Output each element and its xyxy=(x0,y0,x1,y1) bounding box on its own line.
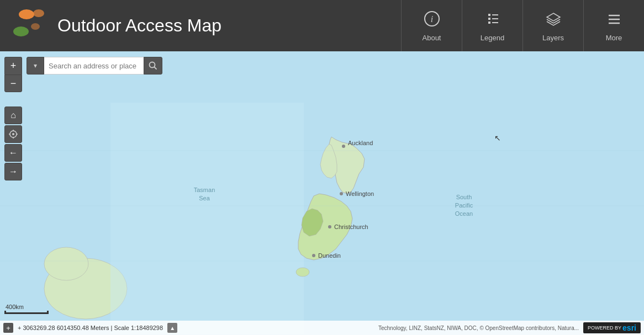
svg-text:Wellington: Wellington xyxy=(346,190,374,197)
svg-rect-6 xyxy=(488,14,490,16)
esri-powered-label: POWERED BY xyxy=(588,325,621,331)
svg-rect-19 xyxy=(110,103,304,334)
coordinates-display: + + 3063269.28 6014350.48 Meters | Scale… xyxy=(3,323,177,333)
svg-rect-8 xyxy=(488,18,490,20)
legend-icon xyxy=(484,10,502,31)
nav-item-layers[interactable]: Layers xyxy=(522,0,583,51)
map-controls: + − xyxy=(4,57,22,97)
nav-item-about[interactable]: i About xyxy=(401,0,462,51)
svg-text:Christchurch: Christchurch xyxy=(334,224,368,230)
header-nav: i About Legend xyxy=(401,0,644,51)
coordinates-text: + 3063269.28 6014350.48 Meters | Scale 1… xyxy=(18,325,163,331)
nav-item-legend[interactable]: Legend xyxy=(462,0,522,51)
about-icon: i xyxy=(423,10,441,31)
svg-point-24 xyxy=(342,145,345,148)
layers-label: Layers xyxy=(542,34,564,42)
svg-line-39 xyxy=(155,67,157,70)
nav-buttons: ⌂ ← → xyxy=(4,107,22,180)
scale-bar: 400km xyxy=(4,304,49,314)
attribution-text: Technology, LINZ, StatsNZ, NIWA, DOC, © … xyxy=(378,325,579,331)
scale-label: 400km xyxy=(6,304,24,310)
svg-point-1 xyxy=(33,9,44,17)
svg-point-26 xyxy=(340,192,343,195)
search-icon xyxy=(149,61,157,70)
svg-point-41 xyxy=(12,133,14,135)
status-bar: + + 3063269.28 6014350.48 Meters | Scale… xyxy=(0,321,644,335)
app-title: Outdoor Access Map xyxy=(57,15,221,36)
app-logo xyxy=(11,7,50,45)
svg-text:Dunedin: Dunedin xyxy=(318,252,341,259)
search-bar: ▾ xyxy=(27,57,162,75)
coord-toggle-button[interactable]: + xyxy=(3,323,13,333)
back-button[interactable]: ← xyxy=(4,144,22,162)
legend-label: Legend xyxy=(481,34,504,42)
scale-line xyxy=(4,311,49,314)
svg-text:i: i xyxy=(430,14,432,24)
zoom-in-button[interactable]: + xyxy=(4,57,22,75)
svg-point-3 xyxy=(31,23,40,30)
svg-point-0 xyxy=(19,9,34,19)
forward-button[interactable]: → xyxy=(4,163,22,180)
svg-point-20 xyxy=(296,268,309,276)
svg-text:Tasman: Tasman xyxy=(194,187,215,193)
search-dropdown-button[interactable]: ▾ xyxy=(27,57,44,75)
app-header: Outdoor Access Map i About xyxy=(0,0,644,51)
nav-item-more[interactable]: More xyxy=(583,0,644,51)
gps-button[interactable] xyxy=(4,125,22,143)
zoom-out-button[interactable]: − xyxy=(4,75,22,92)
more-label: More xyxy=(606,34,622,42)
scale-line-wrap: 400km xyxy=(4,304,49,314)
home-button[interactable]: ⌂ xyxy=(4,107,22,124)
map-svg: Auckland Wellington Christchurch Dunedin… xyxy=(0,51,644,335)
svg-point-2 xyxy=(13,26,29,36)
more-icon xyxy=(605,10,623,31)
gps-icon xyxy=(8,129,18,139)
expand-button[interactable]: ▲ xyxy=(167,323,177,333)
svg-text:Pacific: Pacific xyxy=(455,202,473,209)
search-submit-button[interactable] xyxy=(144,57,162,75)
svg-point-30 xyxy=(312,254,315,257)
svg-marker-12 xyxy=(547,13,560,21)
svg-rect-10 xyxy=(488,22,490,24)
about-label: About xyxy=(423,34,441,42)
layers-icon xyxy=(545,10,562,31)
logo-area: Outdoor Access Map xyxy=(0,7,233,45)
svg-text:South: South xyxy=(456,194,472,200)
search-input[interactable] xyxy=(44,57,144,75)
svg-text:Sea: Sea xyxy=(199,195,210,201)
svg-point-18 xyxy=(44,247,88,280)
map-area[interactable]: Auckland Wellington Christchurch Dunedin… xyxy=(0,51,644,335)
svg-point-28 xyxy=(328,225,331,228)
svg-text:Ocean: Ocean xyxy=(455,210,473,217)
esri-logo: esri xyxy=(622,323,636,332)
svg-text:↖: ↖ xyxy=(494,134,501,142)
esri-badge: POWERED BY esri xyxy=(583,322,641,333)
svg-text:Auckland: Auckland xyxy=(348,140,373,146)
